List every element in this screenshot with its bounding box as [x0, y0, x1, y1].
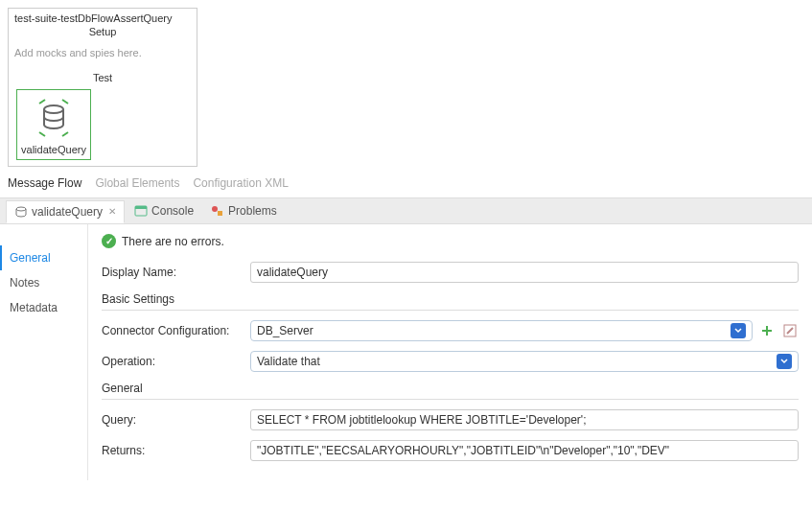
panel-tab-console[interactable]: Console — [127, 200, 201, 221]
tab-config-xml[interactable]: Configuration XML — [193, 176, 288, 190]
panel-tab-label: validateQuery — [32, 205, 103, 219]
status-message: There are no errors. — [122, 235, 224, 248]
svg-rect-5 — [218, 211, 222, 216]
sidebar-item-notes[interactable]: Notes — [0, 270, 87, 295]
sidebar-item-general[interactable]: General — [0, 245, 87, 270]
connector-config-label: Connector Configuration: — [102, 324, 250, 337]
flow-title: test-suite-testDbFlowAssertQuery — [9, 9, 197, 24]
properties-panel: General Notes Metadata ✓ There are no er… — [0, 224, 812, 480]
returns-label: Returns: — [102, 444, 250, 457]
chevron-down-icon — [731, 323, 746, 338]
component-label: validateQuery — [19, 144, 88, 155]
general-group-label: General — [102, 382, 799, 395]
returns-input[interactable] — [250, 440, 799, 461]
database-icon — [32, 96, 76, 140]
test-label: Test — [9, 70, 197, 85]
basic-settings-label: Basic Settings — [102, 292, 799, 306]
status-row: ✓ There are no errors. — [102, 234, 799, 248]
display-name-input[interactable] — [250, 262, 799, 283]
query-input[interactable] — [250, 409, 799, 430]
svg-point-0 — [44, 105, 63, 113]
chevron-down-icon — [777, 354, 792, 369]
divider — [102, 399, 799, 400]
svg-point-4 — [212, 206, 218, 212]
tab-message-flow[interactable]: Message Flow — [8, 176, 81, 190]
problems-icon — [211, 204, 224, 218]
display-name-label: Display Name: — [102, 266, 250, 279]
svg-point-1 — [16, 207, 26, 211]
edit-icon — [783, 324, 797, 337]
mocks-placeholder: Add mocks and spies here. — [9, 41, 197, 70]
operation-select[interactable]: Validate that — [250, 351, 799, 372]
add-config-button[interactable] — [758, 322, 776, 339]
svg-rect-3 — [135, 206, 147, 209]
canvas-tab-bar: Message Flow Global Elements Configurati… — [0, 167, 812, 197]
plus-icon — [760, 324, 774, 337]
select-value: DB_Server — [257, 324, 313, 337]
panel-tab-problems[interactable]: Problems — [203, 200, 285, 221]
database-icon — [14, 205, 28, 219]
flow-container[interactable]: test-suite-testDbFlowAssertQuery Setup A… — [8, 8, 197, 167]
select-value: Validate that — [257, 355, 320, 368]
setup-label: Setup — [9, 24, 197, 41]
panel-tab-validate-query[interactable]: validateQuery ✕ — [6, 200, 125, 223]
console-icon — [134, 204, 148, 218]
panel-tab-label: Console — [151, 204, 194, 218]
sidebar-item-metadata[interactable]: Metadata — [0, 295, 87, 320]
connector-config-select[interactable]: DB_Server — [250, 320, 753, 341]
validate-query-component[interactable]: validateQuery — [16, 89, 91, 160]
properties-main: ✓ There are no errors. Display Name: Bas… — [88, 224, 812, 480]
tab-global-elements[interactable]: Global Elements — [95, 176, 179, 190]
check-icon: ✓ — [102, 234, 116, 248]
query-label: Query: — [102, 413, 250, 427]
panel-tab-label: Problems — [228, 204, 277, 218]
close-icon[interactable]: ✕ — [108, 206, 116, 217]
flow-canvas[interactable]: test-suite-testDbFlowAssertQuery Setup A… — [0, 0, 812, 167]
panel-tab-bar: validateQuery ✕ Console Problems — [0, 197, 812, 224]
edit-config-button[interactable] — [781, 322, 799, 339]
properties-sidebar: General Notes Metadata — [0, 224, 88, 480]
divider — [102, 310, 799, 311]
operation-label: Operation: — [102, 355, 250, 368]
